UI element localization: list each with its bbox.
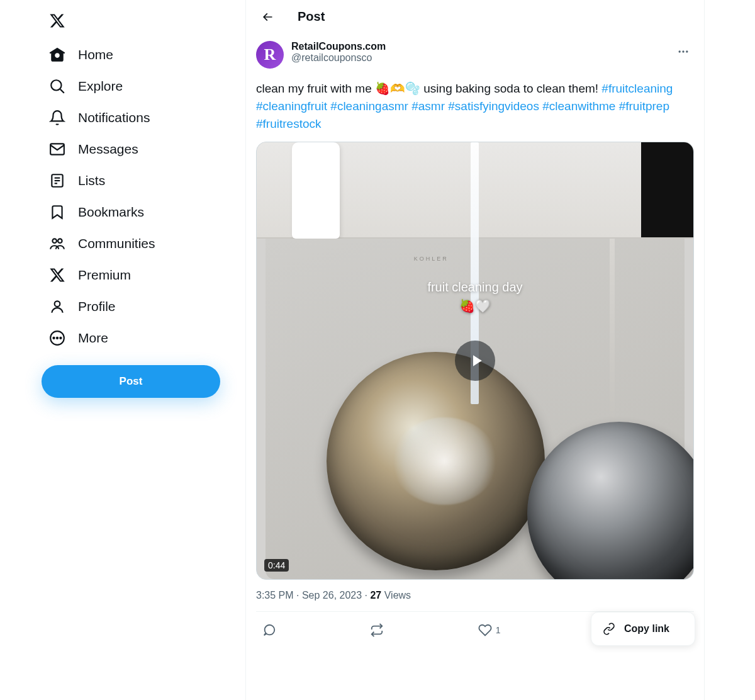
- like-count: 1: [496, 625, 501, 635]
- svg-point-7: [52, 239, 57, 243]
- nav-home[interactable]: Home: [42, 39, 131, 71]
- heart-icon: [478, 623, 492, 637]
- page-title: Post: [298, 9, 325, 24]
- nav-label: Explore: [78, 79, 123, 94]
- nav-explore[interactable]: Explore: [42, 71, 140, 102]
- x-logo[interactable]: [42, 5, 73, 37]
- ellipsis-icon: [677, 45, 690, 58]
- svg-line-1: [60, 89, 64, 93]
- nav-more[interactable]: More: [42, 322, 126, 354]
- handle[interactable]: @retailcouponsco: [291, 52, 386, 64]
- media-bg-dispenser: [292, 142, 340, 239]
- reply-button[interactable]: [259, 619, 280, 641]
- video-duration: 0:44: [264, 559, 289, 572]
- home-icon: [49, 47, 65, 63]
- post-text: clean my fruit with me 🍓🫶🫧 using baking …: [256, 80, 694, 133]
- post-text-fragment: clean my fruit with me 🍓🫶🫧 using baking …: [256, 82, 601, 95]
- play-icon: [467, 351, 486, 370]
- nav-bookmarks[interactable]: Bookmarks: [42, 196, 162, 228]
- link-icon: [603, 623, 615, 635]
- page-header: Post: [246, 0, 704, 33]
- svg-point-16: [686, 50, 688, 52]
- nav-label: Bookmarks: [78, 205, 144, 220]
- bookmark-icon: [49, 204, 65, 220]
- nav-notifications[interactable]: Notifications: [42, 102, 167, 133]
- svg-point-13: [60, 337, 61, 339]
- svg-point-11: [53, 337, 55, 339]
- search-icon: [49, 78, 65, 94]
- svg-point-9: [55, 301, 60, 307]
- post: R RetailCoupons.com @retailcouponsco cle…: [246, 33, 704, 648]
- x-icon: [49, 267, 65, 283]
- post-meta: 3:35 PM · Sep 26, 2023 · 27 Views: [256, 590, 694, 601]
- nav-profile[interactable]: Profile: [42, 291, 133, 322]
- post-media[interactable]: KOHLER fruit cleaning day 🍓🤍 0:44: [256, 142, 694, 580]
- communities-icon: [49, 235, 65, 252]
- nav-premium[interactable]: Premium: [42, 259, 148, 291]
- bell-icon: [49, 110, 65, 126]
- nav-label: Premium: [78, 268, 131, 283]
- post-more-button[interactable]: [673, 41, 694, 62]
- hashtag[interactable]: #cleanwithme: [542, 99, 615, 113]
- timestamp[interactable]: 3:35 PM · Sep 26, 2023: [256, 590, 362, 601]
- nav-label: Communities: [78, 236, 155, 251]
- media-brand-text: KOHLER: [414, 256, 449, 262]
- nav-label: Messages: [78, 142, 138, 157]
- media-overlay-text: fruit cleaning day 🍓🤍: [427, 278, 522, 315]
- hashtag[interactable]: #fruitrestock: [256, 117, 321, 130]
- hashtag[interactable]: #asmr: [411, 99, 445, 113]
- nav-label: Profile: [78, 299, 116, 314]
- svg-point-12: [57, 337, 58, 339]
- hashtag[interactable]: #satisfyingvideos: [448, 99, 539, 113]
- retweet-button[interactable]: [366, 619, 388, 641]
- avatar[interactable]: R: [256, 41, 284, 69]
- hashtag[interactable]: #cleaningfruit: [256, 99, 327, 113]
- svg-point-15: [682, 50, 684, 52]
- copy-link-button[interactable]: Copy link: [591, 612, 695, 646]
- nav-label: Notifications: [78, 110, 150, 125]
- media-overlay-line1: fruit cleaning day: [427, 280, 522, 294]
- arrow-left-icon: [261, 11, 274, 23]
- svg-point-14: [679, 50, 681, 52]
- like-button[interactable]: 1: [474, 619, 505, 641]
- svg-point-8: [58, 239, 62, 243]
- display-name[interactable]: RetailCoupons.com: [291, 41, 386, 52]
- hashtag[interactable]: #cleaningasmr: [330, 99, 408, 113]
- retweet-icon: [370, 623, 384, 637]
- mail-icon: [49, 141, 65, 157]
- compose-post-button[interactable]: Post: [42, 365, 220, 398]
- post-header: R RetailCoupons.com @retailcouponsco: [256, 41, 694, 69]
- x-logo-icon: [49, 11, 65, 30]
- nav-communities[interactable]: Communities: [42, 228, 173, 259]
- nav-messages[interactable]: Messages: [42, 133, 156, 165]
- views-label: Views: [381, 590, 411, 601]
- play-button[interactable]: [455, 341, 495, 381]
- nav-lists[interactable]: Lists: [42, 165, 123, 196]
- nav-label: Lists: [78, 173, 105, 188]
- sidebar: Home Explore Notifications Messages List…: [0, 0, 245, 700]
- reply-icon: [262, 623, 276, 637]
- copy-link-label: Copy link: [624, 623, 669, 635]
- more-circle-icon: [49, 330, 65, 346]
- svg-point-0: [51, 80, 61, 90]
- nav-label: Home: [78, 47, 113, 62]
- hashtag[interactable]: #fruitcleaning: [601, 82, 673, 95]
- main-column: Post R RetailCoupons.com @retailcouponsc…: [245, 0, 705, 700]
- back-button[interactable]: [256, 6, 279, 28]
- profile-icon: [49, 298, 65, 315]
- media-overlay-emoji: 🍓🤍: [459, 299, 491, 313]
- nav-label: More: [78, 330, 108, 346]
- views-count: 27: [370, 590, 381, 601]
- media-bg-bowl1: [327, 352, 545, 570]
- list-icon: [49, 172, 65, 189]
- hashtag[interactable]: #fruitprep: [619, 99, 669, 113]
